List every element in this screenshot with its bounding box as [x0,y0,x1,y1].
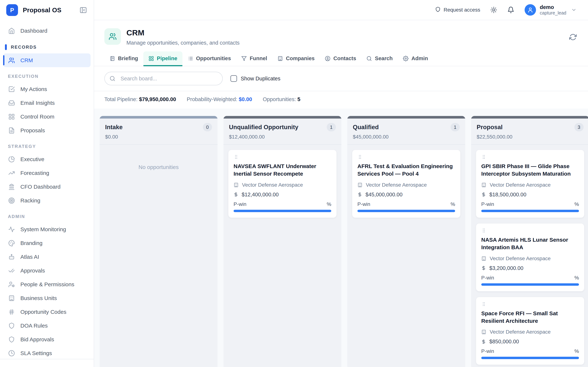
user-menu[interactable]: demo capture_lead [525,4,577,16]
drag-handle-icon[interactable] [481,228,579,233]
company-name: Vector Defense Aerospace [366,182,427,188]
tab-funnel[interactable]: Funnel [236,51,272,66]
column-header: Proposal3$22,550,000.00 [471,118,588,145]
sidebar-item-forecasting[interactable]: Forecasting [3,166,91,180]
sidebar-item-control-room[interactable]: Control Room [3,110,91,124]
page-header: CRM Manage opportunities, companies, and… [94,20,588,46]
sidebar-item-doa-rules[interactable]: DOA Rules [3,319,91,333]
show-duplicates-label: Show Duplicates [241,75,280,82]
sidebar-item-crm[interactable]: CRM [3,53,91,67]
sidebar-item-system-monitoring[interactable]: System Monitoring [3,222,91,236]
pwin-unit: % [574,348,579,354]
hash-icon [8,309,15,315]
sidebar-item-proposals[interactable]: Proposals [3,124,91,137]
notifications-bell-icon[interactable] [507,6,514,13]
tab-bar: BriefingPipelineOpportunitiesFunnelCompa… [94,46,588,66]
pwin-unit: % [574,201,579,207]
sidebar-item-sla-settings[interactable]: SLA Settings [3,346,91,359]
show-duplicates-checkbox[interactable] [230,75,237,82]
sidebar-item-dashboard[interactable]: Dashboard [3,24,91,38]
sidebar-item-atlas-ai[interactable]: Atlas AI [3,250,91,264]
company-name: Vector Defense Aerospace [490,329,551,335]
column-title: Qualified [353,124,379,131]
dollar-icon [481,192,486,197]
pwin-slider[interactable] [481,210,579,212]
drag-handle-icon[interactable] [481,301,579,307]
kanban-column-qualified: Qualified1$45,000,000.00AFRL Test & Eval… [347,116,465,367]
drag-handle-icon[interactable] [233,154,331,159]
sidebar-item-label: People & Permissions [20,281,74,288]
tab-briefing[interactable]: Briefing [104,51,143,66]
user-name: demo [540,4,566,10]
company-name: Vector Defense Aerospace [490,182,551,188]
column-stage-color-bar [471,116,588,118]
tab-companies[interactable]: Companies [272,51,320,66]
pwin-slider[interactable] [481,357,579,359]
sidebar-item-my-actions[interactable]: My Actions [3,82,91,96]
search-icon [366,56,372,61]
sidebar-item-branding[interactable]: Branding [3,236,91,250]
theme-toggle-sun-icon[interactable] [490,7,497,13]
opportunity-value: $18,500,000.00 [489,192,527,198]
grid-icon [8,113,15,120]
crm-users-icon [104,28,121,45]
pwin-slider[interactable] [481,283,579,286]
opportunity-card[interactable]: NASA Artemis HLS Lunar Sensor Integratio… [476,223,584,292]
drag-handle-icon[interactable] [357,154,455,159]
board-search [104,72,223,85]
column-header: Qualified1$45,000,000.00 [347,118,465,145]
sidebar-item-approvals[interactable]: Approvals [3,264,91,277]
building-icon [481,329,486,334]
sidebar-item-racking[interactable]: Racking [3,194,91,207]
refresh-icon[interactable] [569,33,577,41]
app-root: P Proposal OS DashboardRECORDSCRMEXECUTI… [0,0,588,367]
tab-opportunities[interactable]: Opportunities [182,51,236,66]
pwin-slider-fill [357,210,455,212]
request-access-label: Request access [444,7,480,13]
kanban-board: Intake0$0.00No opportunitiesUnqualified … [94,109,588,367]
request-access-button[interactable]: Request access [435,7,480,13]
column-title: Unqualified Opportunity [229,124,298,131]
opportunity-card[interactable]: Space Force RFI — Small Sat Resilient Ar… [476,297,584,365]
search-input[interactable] [104,72,223,85]
tab-pipeline[interactable]: Pipeline [143,51,182,66]
tab-search[interactable]: Search [361,51,398,66]
empty-column-text: No opportunities [104,164,213,170]
tab-admin[interactable]: Admin [398,51,433,66]
column-count-badge: 0 [203,123,212,131]
opportunity-card[interactable]: GPI SBIR Phase III — Glide Phase Interce… [476,150,584,218]
pie-chart-icon [8,156,15,163]
column-header: Intake0$0.00 [100,118,217,145]
dollar-icon [481,266,486,270]
show-duplicates-toggle[interactable]: Show Duplicates [230,75,280,82]
opportunity-value: $850,000.00 [489,339,519,345]
sidebar-item-people-permissions[interactable]: People & Permissions [3,277,91,291]
pwin-unit: % [450,201,455,207]
drag-handle-icon[interactable] [481,154,579,159]
pwin-slider[interactable] [357,210,455,212]
sidebar-item-label: Bid Approvals [20,336,54,342]
sidebar-item-email-insights[interactable]: Email Insights [3,96,91,110]
kanban-column-proposal: Proposal3$22,550,000.00GPI SBIR Phase II… [471,116,588,367]
sidebar-item-business-units[interactable]: Business Units [3,291,91,305]
topbar: Request access demo capture_lead [94,0,588,20]
panel-left-collapse-icon[interactable] [79,6,87,14]
funnel-icon [241,56,247,61]
gear-icon [403,56,408,61]
inbox-icon [8,100,15,106]
dollar-icon [357,192,362,197]
sidebar-item-cfo-dashboard[interactable]: CFO Dashboard [3,180,91,194]
opportunity-card[interactable]: AFRL Test & Evaluation Engineering Servi… [352,150,460,218]
sidebar-item-label: Approvals [20,267,45,274]
sidebar-item-bid-approvals[interactable]: Bid Approvals [3,333,91,346]
sidebar-item-label: Business Units [20,295,57,301]
chevron-down-icon [571,7,577,13]
sidebar-item-executive[interactable]: Executive [3,152,91,166]
pwin-slider[interactable] [233,210,331,212]
activity-icon [8,226,15,233]
sidebar-item-opportunity-codes[interactable]: Opportunity Codes [3,305,91,319]
tab-contacts[interactable]: Contacts [320,51,361,66]
opportunity-card[interactable]: NAVSEA SWFLANT Underwater Inertial Senso… [228,150,337,218]
opportunity-title: NAVSEA SWFLANT Underwater Inertial Senso… [233,162,331,178]
sidebar-item-label: SLA Settings [20,350,52,356]
